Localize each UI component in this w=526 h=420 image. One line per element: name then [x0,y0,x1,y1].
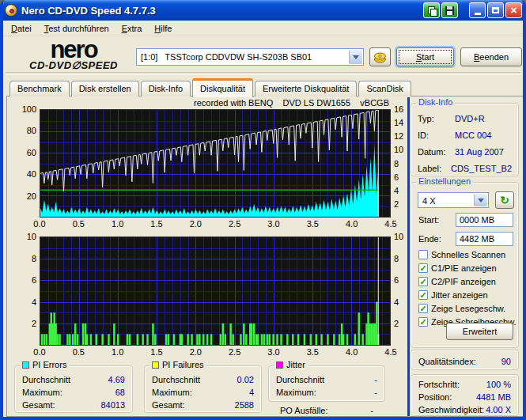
pif-chart-x-label: 0.0 [29,347,50,357]
tab-disk-erstellen[interactable]: Disk erstellen [71,81,139,96]
pie-chart-x-label: 1.5 [146,219,167,229]
checkbox-unchecked-icon[interactable] [418,250,428,259]
checkbox-zeige-lesegeschw-[interactable]: ✓Zeige Lesegeschw. [418,303,505,314]
progress-row-value: 4.00 X [486,403,511,416]
save-button[interactable] [441,2,458,18]
pie-chart-y-left-label: 40 [16,169,36,179]
ende-field[interactable] [456,232,513,246]
drive-select[interactable]: [1:0] TSSTcorp CDDVDW SH-S203B SB01 [136,48,364,66]
pie-chart-y-right-label: 8 [392,159,412,168]
start-field[interactable] [456,213,513,227]
checkbox-c1-pie-anzeigen[interactable]: ✓C1/PIE anzeigen [418,263,497,274]
quality-index-row: Qualitätsindex: 90 [411,350,518,368]
pif-chart-y-left-label: 6 [16,275,36,285]
checkbox-checked-icon[interactable]: ✓ [418,290,428,300]
pif-chart-x-label: 2.0 [185,347,206,357]
chevron-down-icon [353,55,359,59]
progress-row-label: Geschwindigkeit: [418,403,484,416]
disk-info-row: Datum:31 Aug 2007 [411,144,518,161]
diskqualitaet-tab-page: recorded with BENQ DVD LS DW1655 vBCGB 1… [6,96,526,417]
erweitert-button[interactable]: Erweitert [446,323,513,340]
tab-diskqualit-t[interactable]: Diskqualität [192,78,253,97]
jitter-stat-row-label: Durchschnitt [276,373,324,386]
beenden-button-label: eenden [479,52,509,62]
pie-chart-y-right-label: 4 [392,186,412,195]
checkbox-checked-icon[interactable]: ✓ [418,277,428,286]
pi-failures-stat-row-label: Gesamt: [152,399,185,411]
checkbox-checked-icon[interactable]: ✓ [418,304,428,313]
maximize-button[interactable] [487,2,504,18]
eject-disc-icon [373,51,387,63]
app-icon [5,4,17,17]
tab-scandisk[interactable]: ScanDisk [358,81,411,96]
disk-info-row-value: CDS_TEST_B2 [451,161,512,177]
close-button[interactable]: ✕ [505,2,522,18]
tab-erweiterte-diskqualit-t[interactable]: Erweiterte Diskqualität [255,81,357,96]
checkbox-schnelles-scannen[interactable]: Schnelles Scannen [418,249,505,260]
disk-info-row-label: Typ: [418,111,455,127]
pie-chart-x-label: 2.5 [225,219,245,229]
jitter-stats-rows: Durchschnitt-Maximum:- [269,366,384,399]
progress-row-label: Fortschritt: [418,378,460,391]
pi-errors-stat-row: Durchschnitt4.69 [15,373,132,386]
app-window: Nero CD-DVD Speed 4.7.7.3 ✕ DateiTest du… [0,0,526,420]
pie-chart-x-label: 4.5 [380,219,401,229]
menu-item-hilfe[interactable]: Hilfe [148,21,178,36]
pi-failures-stat-row-value: 4 [249,386,254,399]
disk-info-row: Typ:DVD+R [411,111,518,127]
pi-failures-stat-row: Maximum:4 [145,386,261,399]
speed-select[interactable]: 4 X [418,192,489,208]
pie-chart-y-right-label: 16 [392,104,412,114]
jitter-stat-row: Maximum:- [269,386,384,399]
disk-info-title: Disk-Info [416,97,455,107]
refresh-button[interactable]: ↻ [495,191,514,209]
einstellungen-box: Einstellungen 4 X ↻ Start: Ende: Schnell… [411,182,519,348]
save-icon [445,6,454,15]
start-field-label: Start: [418,215,439,225]
menu-item-test-durchf-hren[interactable]: Test durchführen [38,21,115,36]
disk-info-row-label: Label: [418,161,451,177]
ende-field-label: Ende: [418,234,441,244]
tab-disk-info[interactable]: Disk-Info [141,81,191,96]
minimize-button[interactable] [469,2,486,18]
pif-chart-y-right-label: 2 [392,319,412,328]
pi-failures-stat-row-label: Durchschnitt [152,373,200,386]
nero-logo: nero CD-DVD∅SPEED [9,40,138,71]
start-button[interactable]: Start [396,47,454,66]
speed-select-dropdown-button[interactable] [474,194,487,206]
pi-errors-stat-row-value: 84013 [100,399,125,411]
jitter-stat-row: Durchschnitt- [269,373,384,386]
tab-benchmark[interactable]: Benchmark [9,81,70,96]
minimize-icon [475,13,481,15]
pi-failures-stats-label: PI Failures [162,360,204,369]
pif-chart-x-label: 1.5 [146,347,167,357]
progress-row: Fortschritt:100 % [411,378,518,391]
menu-item-datei[interactable]: Datei [5,21,38,36]
menu-item-extra[interactable]: Extra [115,21,149,36]
checkbox-checked-icon[interactable]: ✓ [418,317,428,327]
disk-info-row-value: 31 Aug 2007 [455,144,504,161]
quality-index-box: Qualitätsindex: 90 [411,350,519,370]
disk-info-row-label: ID: [418,127,455,144]
pi-errors-stat-row: Maximum:68 [15,386,132,399]
pie-chart-x-label: 1.0 [108,219,128,229]
brand-product: CD-DVD∅SPEED [9,59,138,71]
pi-failures-chart-svg [40,237,390,345]
pi-failures-stats-box: PI Failures Durchschnitt0.02Maximum:4Ges… [144,365,262,413]
copy-button[interactable] [423,2,440,18]
quality-index-label: Qualitätsindex: [418,355,476,368]
checkbox-c2-pif-anzeigen[interactable]: ✓C2/PIF anzeigen [418,276,496,287]
brand-name: nero [9,40,138,59]
pif-chart-x-label: 0.5 [68,347,89,357]
title-bar: Nero CD-DVD Speed 4.7.7.3 ✕ [0,0,526,21]
checkbox-jitter-anzeigen[interactable]: ✓Jitter anzeigen [418,289,488,301]
drive-select-dropdown-button[interactable] [349,50,362,64]
eject-button[interactable] [369,47,391,66]
header-toolbar: nero CD-DVD∅SPEED [1:0] TSSTcorp CDDVDW … [3,37,523,75]
checkbox-checked-icon[interactable]: ✓ [418,263,428,273]
beenden-button[interactable]: Beenden [460,47,522,66]
checkbox-label: C1/PIE anzeigen [431,263,497,273]
chevron-down-icon [478,199,484,202]
jitter-stats-title: Jitter [274,360,308,369]
pie-chart-y-right-label: 12 [392,131,412,141]
